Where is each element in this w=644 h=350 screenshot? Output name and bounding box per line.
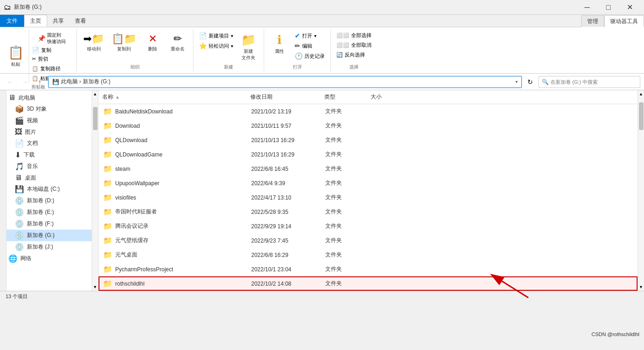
tab-view[interactable]: 查看 <box>69 15 92 27</box>
tab-drive-tools[interactable]: 驱动器工具 <box>604 15 644 27</box>
search-box[interactable]: 🔍 <box>539 76 640 88</box>
edit-button[interactable]: ✏ 编辑 <box>293 41 327 50</box>
file-size-1 <box>368 125 405 126</box>
open-button[interactable]: ✔ 打开 ▾ <box>293 31 327 40</box>
folder-icon-1: 📁 <box>103 121 112 130</box>
sidebar-item-3[interactable]: 🖼图片 <box>6 126 92 138</box>
paste-label: 粘贴 <box>11 61 20 68</box>
move-to-label: 移动到 <box>87 46 101 52</box>
invert-selection-button[interactable]: 🔄 反向选择 <box>334 50 367 59</box>
invert-selection-icon: 🔄 <box>336 52 343 58</box>
sidebar-item-12[interactable]: 💿新加卷 (G:) <box>6 230 92 241</box>
sidebar-label-3: 图片 <box>25 128 36 136</box>
tab-home[interactable]: 主页 <box>24 15 47 27</box>
open-icon: ✔ <box>295 32 300 39</box>
sidebar-item-14[interactable]: 🌐网络 <box>6 253 92 264</box>
sidebar-item-9[interactable]: 💿新加卷 (D:) <box>6 195 92 206</box>
clipboard-actions: 📌 固定到 快速访问 📄 复制 ✂ 剪切 📋 复制路径 <box>30 29 73 83</box>
history-button[interactable]: 🕐 历史记录 <box>293 51 327 61</box>
sidebar-label-0: 此电脑 <box>19 94 35 102</box>
select-none-button[interactable]: ⬜⬜ 全部取消 <box>334 41 373 50</box>
open-content: ℹ 属性 ✔ 打开 ▾ ✏ 编辑 🕐 历史记录 <box>268 29 327 63</box>
sidebar-item-7[interactable]: 🖥桌面 <box>6 172 92 183</box>
sidebar-item-8[interactable]: 💾本地磁盘 (C:) <box>6 183 92 195</box>
file-name-3: 📁 QLDownloadGame <box>99 150 248 159</box>
sidebar-item-1[interactable]: 📦3D 对象 <box>6 103 92 115</box>
file-row-3[interactable]: 📁 QLDownloadGame 2021/10/13 16:29 文件夹 <box>99 147 638 162</box>
sidebar-item-2[interactable]: 🎬视频 <box>6 115 92 126</box>
search-input[interactable] <box>551 79 637 85</box>
maximize-button[interactable]: □ <box>598 0 619 15</box>
file-row-6[interactable]: 📁 visiofiles 2022/4/17 13:10 文件夹 <box>99 190 638 205</box>
file-row-2[interactable]: 📁 QLDownload 2021/10/13 16:29 文件夹 <box>99 133 638 147</box>
scroll-down-right[interactable]: ▼ <box>638 283 644 291</box>
copy-to-button[interactable]: 📋📁 复制到 <box>109 31 139 54</box>
file-row-11[interactable]: 📁 PycharmProfessProject 2022/10/1 23:04 … <box>99 262 638 276</box>
refresh-button[interactable]: ↻ <box>524 75 537 88</box>
file-row-1[interactable]: 📁 Download 2021/10/11 9:57 文件夹 <box>99 119 638 133</box>
new-item-button[interactable]: 📄 新建项目 ▾ <box>197 31 235 40</box>
right-scrollbar[interactable]: ▲ ▼ <box>638 90 644 291</box>
sidebar-item-4[interactable]: 📄文档 <box>6 138 92 149</box>
file-row-8[interactable]: 📁 腾讯会议记录 2022/9/29 19:14 文件夹 <box>99 219 638 233</box>
delete-button[interactable]: ✕ 删除 <box>141 31 164 54</box>
sidebar-item-6[interactable]: 🎵音乐 <box>6 161 92 172</box>
edit-label: 编辑 <box>302 43 312 50</box>
scroll-up-right[interactable]: ▲ <box>638 90 644 98</box>
file-row-5[interactable]: 📁 UpupooWallpaper 2022/6/4 9:39 文件夹 <box>99 176 638 190</box>
sidebar-items: 🖥此电脑📦3D 对象🎬视频🖼图片📄文档⬇下载🎵音乐🖥桌面💾本地磁盘 (C:)💿新… <box>6 92 92 264</box>
forward-button[interactable]: → <box>19 75 31 88</box>
tab-manage[interactable]: 管理 <box>581 15 604 27</box>
file-size-4 <box>368 169 405 169</box>
copy-path-icon: 📋 <box>32 66 38 72</box>
pin-button[interactable]: 📌 固定到 快速访问 <box>30 31 73 46</box>
col-header-type[interactable]: 类型 <box>321 92 367 102</box>
scroll-down-btn[interactable]: ▼ <box>92 283 98 291</box>
col-header-date[interactable]: 修改日期 <box>247 92 321 102</box>
sidebar-label-12: 新加卷 (G:) <box>27 231 55 239</box>
file-rows: 📁 BaiduNetdiskDownload 2021/10/2 13:19 文… <box>99 104 638 291</box>
col-header-size[interactable]: 大小 <box>367 92 404 102</box>
new-folder-button[interactable]: 📁 新建 文件夹 <box>237 31 260 63</box>
file-row-7[interactable]: 📁 帝国时代Ⅱ征服者 2022/5/28 9:35 文件夹 <box>99 205 638 219</box>
file-row-12[interactable]: 📁 rothschildlhl 2022/10/2 14:08 文件夹 <box>99 276 638 291</box>
copy-button[interactable]: 📄 复制 <box>30 46 73 55</box>
rename-button[interactable]: ✏ 重命名 <box>166 31 189 54</box>
scroll-up-btn[interactable]: ▲ <box>92 90 98 98</box>
cut-button[interactable]: ✂ 剪切 <box>30 55 73 63</box>
close-button[interactable]: ✕ <box>619 0 640 15</box>
sidebar-label-7: 桌面 <box>25 174 36 182</box>
file-name-9: 📁 元气壁纸缓存 <box>99 236 248 245</box>
up-button[interactable]: ↑ <box>33 75 46 88</box>
sidebar-item-10[interactable]: 💿新加卷 (E:) <box>6 206 92 218</box>
properties-button[interactable]: ℹ 属性 <box>268 31 291 56</box>
minimize-button[interactable]: ─ <box>576 0 598 15</box>
tab-file[interactable]: 文件 <box>0 15 24 27</box>
tab-share[interactable]: 共享 <box>47 15 69 27</box>
invert-selection-label: 反向选择 <box>345 51 365 58</box>
file-name-5: 📁 UpupooWallpaper <box>99 178 248 188</box>
copy-icon: 📄 <box>32 47 39 54</box>
easy-access-button[interactable]: ⭐ 轻松访问 ▾ <box>197 41 235 50</box>
back-button[interactable]: ← <box>4 75 17 88</box>
col-header-name[interactable]: 名称 ▲ <box>99 92 247 102</box>
properties-label: 属性 <box>275 48 284 55</box>
sidebar-label-9: 新加卷 (D:) <box>27 197 54 205</box>
sidebar-scrollbar[interactable]: ▲ ▼ <box>92 90 99 291</box>
file-row-9[interactable]: 📁 元气壁纸缓存 2022/9/23 7:45 文件夹 <box>99 233 638 248</box>
sidebar-item-13[interactable]: 💿新加卷 (J:) <box>6 241 92 253</box>
paste-button[interactable]: 📋 粘贴 <box>4 29 29 83</box>
copy-path-button[interactable]: 📋 复制路径 <box>30 64 73 73</box>
file-row-4[interactable]: 📁 steam 2022/6/8 16:45 文件夹 <box>99 162 638 176</box>
file-row-10[interactable]: 📁 元气桌面 2022/6/8 16:29 文件夹 <box>99 248 638 262</box>
sidebar-item-0[interactable]: 🖥此电脑 <box>6 92 92 103</box>
sidebar-item-5[interactable]: ⬇下载 <box>6 149 92 161</box>
move-to-button[interactable]: ➡📁 移动到 <box>80 31 107 54</box>
delete-icon: ✕ <box>149 33 157 45</box>
sidebar-icon-2: 🎬 <box>15 116 24 125</box>
file-row-0[interactable]: 📁 BaiduNetdiskDownload 2021/10/2 13:19 文… <box>99 104 638 119</box>
sidebar-label-8: 本地磁盘 (C:) <box>27 185 60 193</box>
address-path[interactable]: 💾 此电脑 › 新加卷 (G:) ▾ <box>48 76 522 88</box>
sidebar-item-11[interactable]: 💿新加卷 (F:) <box>6 218 92 230</box>
select-all-button[interactable]: ⬜⬜ 全部选择 <box>334 31 373 40</box>
